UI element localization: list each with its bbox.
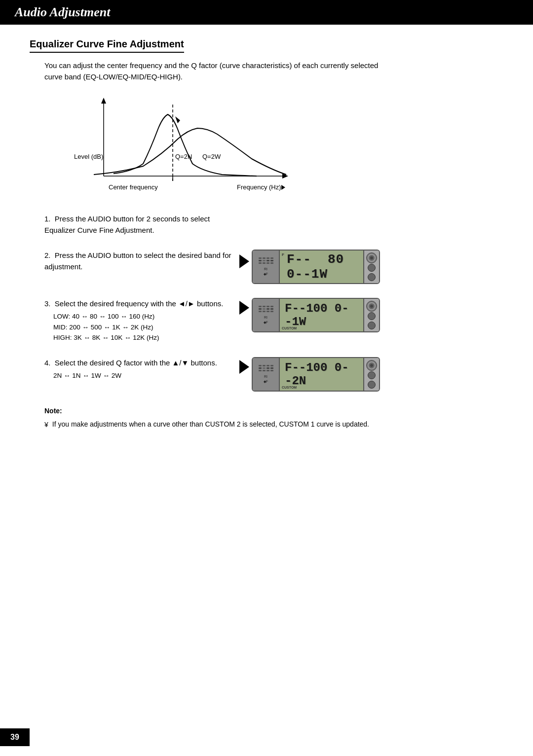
- lcd-screen-2: CUSTOM F--100 0--1W: [280, 299, 363, 331]
- lcd-scroll-wheel-1: [366, 252, 377, 263]
- step-3: 3. Select the desired frequency with the…: [30, 298, 503, 343]
- note-title: Note:: [44, 405, 503, 416]
- level-label: Level (dB): [74, 153, 103, 160]
- eq-chart: Level (dB) Center frequency Q=2N Q=2W Fr…: [44, 95, 321, 198]
- lcd-display-1: RI◆F F F-- 80 0--1W: [252, 250, 380, 284]
- lcd-left-panel-2: RI◆F: [253, 299, 280, 331]
- note-bullet: ¥: [44, 419, 48, 430]
- page-number: 39: [0, 728, 30, 746]
- step-1-text: 1. Press the AUDIO button for 2 seconds …: [30, 213, 237, 236]
- lcd-left-panel-1: RI◆F: [253, 251, 280, 283]
- lcd-btn-down-3[interactable]: [368, 381, 376, 389]
- lcd-scroll-wheel-3: [366, 360, 377, 371]
- lcd-btn-down-2[interactable]: [368, 322, 376, 329]
- arrow-icon-4: [239, 360, 249, 374]
- lcd-left-panel-3: RI◆F: [253, 358, 280, 391]
- step-4-text: 4. Select the desired Q factor with the …: [30, 357, 237, 381]
- note-section: Note: ¥ If you make adjustments when a c…: [30, 405, 503, 431]
- step-4-number: 4.: [44, 359, 55, 367]
- page-title: Audio Adjustment: [15, 5, 110, 19]
- steps-container: 1. Press the AUDIO button for 2 seconds …: [30, 213, 503, 392]
- note-text: If you make adjustments when a curve oth…: [52, 419, 369, 430]
- lcd-display-3: RI◆F CUSTOM F--100 0--2N: [252, 357, 380, 392]
- arrow-icon-3: [239, 301, 249, 315]
- lcd-text-3: F--100 0--2N: [285, 361, 360, 388]
- step-4-arrow: [237, 357, 252, 374]
- step-2-arrow: [237, 250, 252, 268]
- lcd-btn-down-1[interactable]: [368, 273, 376, 281]
- lcd-text-1: F-- 80 0--1W: [287, 252, 360, 282]
- svg-marker-11: [281, 185, 285, 190]
- svg-marker-5: [175, 116, 180, 123]
- step-3-number: 3.: [44, 299, 55, 308]
- step-3-arrow: [237, 298, 252, 315]
- lcd-controls-2: [363, 299, 379, 331]
- lcd-controls-1: [363, 251, 379, 283]
- step-4-sub: 2N ↔ 1N ↔ 1W ↔ 2W: [53, 370, 237, 381]
- lcd-display-2: RI◆F CUSTOM F--100 0--1W: [252, 298, 380, 332]
- step-3-display: RI◆F CUSTOM F--100 0--1W: [252, 298, 390, 332]
- step-3-sub: LOW: 40 ↔ 80 ↔ 100 ↔ 160 (Hz) MID: 200 ↔…: [53, 311, 237, 343]
- lcd-screen-3: CUSTOM F--100 0--2N: [280, 358, 363, 391]
- lcd-scroll-wheel-2: [366, 301, 377, 312]
- page-header: Audio Adjustment: [0, 0, 533, 25]
- svg-text:Frequency (Hz): Frequency (Hz): [237, 183, 281, 191]
- intro-text: You can adjust the center frequency and …: [44, 60, 380, 83]
- arrow-icon: [239, 254, 249, 268]
- svg-text:Q=2N: Q=2N: [175, 153, 192, 160]
- eq-chart-svg: Level (dB) Center frequency Q=2N Q=2W Fr…: [44, 95, 321, 198]
- step-2-number: 2.: [44, 251, 55, 259]
- lcd-btn-up-1[interactable]: [368, 264, 376, 272]
- lcd-controls-3: [363, 358, 379, 391]
- step-3-text: 3. Select the desired frequency with the…: [30, 298, 237, 343]
- section-title: Equalizer Curve Fine Adjustment: [30, 38, 184, 53]
- svg-text:Q=2W: Q=2W: [202, 153, 221, 160]
- lcd-screen-1: F F-- 80 0--1W: [280, 251, 363, 283]
- step-4-display: RI◆F CUSTOM F--100 0--2N: [252, 357, 390, 392]
- step-4: 4. Select the desired Q factor with the …: [30, 357, 503, 392]
- svg-text:Center frequency: Center frequency: [109, 183, 158, 191]
- step-2: 2. Press the AUDIO button to select the …: [30, 250, 503, 284]
- step-1-number: 1.: [44, 215, 55, 223]
- svg-marker-1: [101, 98, 106, 104]
- lcd-text-2: F--100 0--1W: [285, 302, 360, 328]
- step-2-display: RI◆F F F-- 80 0--1W: [252, 250, 390, 284]
- lcd-btn-up-2[interactable]: [368, 312, 376, 320]
- step-1: 1. Press the AUDIO button for 2 seconds …: [30, 213, 503, 236]
- lcd-btn-up-3[interactable]: [368, 371, 376, 379]
- note-item: ¥ If you make adjustments when a curve o…: [44, 419, 503, 430]
- step-2-text: 2. Press the AUDIO button to select the …: [30, 250, 237, 273]
- page-content: Equalizer Curve Fine Adjustment You can …: [0, 38, 533, 460]
